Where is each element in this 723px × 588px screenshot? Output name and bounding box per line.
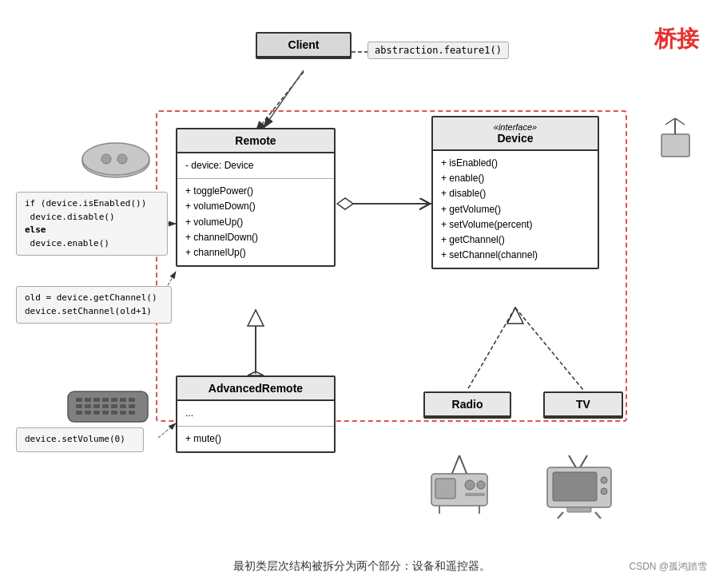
svg-line-11 bbox=[467, 308, 515, 390]
svg-rect-56 bbox=[553, 472, 597, 501]
radio-box: Radio bbox=[423, 391, 511, 419]
device-box-header: «interface» Device bbox=[433, 117, 598, 151]
canvas: 桥接 bbox=[0, 0, 723, 588]
svg-line-61 bbox=[595, 512, 601, 518]
svg-point-58 bbox=[601, 488, 607, 495]
svg-point-57 bbox=[601, 477, 607, 483]
svg-rect-50 bbox=[465, 493, 485, 496]
svg-point-21 bbox=[117, 154, 127, 164]
svg-line-17 bbox=[264, 70, 304, 128]
svg-line-0 bbox=[256, 72, 304, 132]
svg-rect-37 bbox=[76, 411, 82, 415]
advanced-remote-methods: + mute() bbox=[177, 427, 334, 451]
svg-marker-3 bbox=[337, 198, 353, 209]
svg-line-64 bbox=[665, 118, 675, 125]
svg-line-16 bbox=[158, 423, 176, 438]
advanced-remote-control-icon bbox=[64, 383, 160, 435]
tv-box: TV bbox=[543, 391, 623, 419]
svg-line-65 bbox=[675, 118, 685, 125]
client-box: Client bbox=[256, 32, 352, 59]
svg-line-60 bbox=[558, 512, 563, 518]
svg-rect-33 bbox=[102, 404, 109, 408]
remote-methods: + togglePower() + volumeDown() + volumeU… bbox=[177, 179, 334, 265]
svg-line-12 bbox=[515, 308, 583, 390]
svg-rect-25 bbox=[93, 398, 100, 402]
svg-rect-32 bbox=[93, 404, 100, 408]
code-box-1: if (device.isEnabled()) device.disable()… bbox=[16, 192, 168, 256]
advanced-remote-header: AdvancedRemote bbox=[177, 377, 334, 401]
client-box-header: Client bbox=[257, 34, 350, 58]
device-methods: + isEnabled() + enable() + disable() + g… bbox=[433, 151, 598, 268]
svg-rect-40 bbox=[102, 411, 109, 415]
svg-marker-10 bbox=[248, 310, 264, 326]
svg-rect-26 bbox=[102, 398, 109, 402]
svg-point-19 bbox=[82, 143, 149, 175]
svg-line-45 bbox=[459, 455, 467, 475]
svg-rect-39 bbox=[93, 411, 100, 415]
radio-box-header: Radio bbox=[425, 393, 510, 417]
advanced-remote-attrs: ... bbox=[177, 401, 334, 427]
abstraction-label: abstraction.feature1() bbox=[367, 42, 509, 59]
bridge-label: 桥接 bbox=[654, 24, 699, 54]
svg-rect-43 bbox=[129, 411, 135, 415]
tv-box-header: TV bbox=[545, 393, 622, 417]
svg-rect-23 bbox=[76, 398, 82, 402]
svg-point-49 bbox=[477, 481, 485, 489]
csdn-credit: CSDN @孤鸿踏雪 bbox=[629, 560, 707, 574]
antenna-icon bbox=[657, 118, 697, 165]
remote-box-header: Remote bbox=[177, 129, 334, 153]
svg-rect-35 bbox=[120, 404, 126, 408]
svg-rect-28 bbox=[120, 398, 126, 402]
svg-rect-41 bbox=[111, 411, 117, 415]
svg-rect-27 bbox=[111, 398, 117, 402]
device-box: «interface» Device + isEnabled() + enabl… bbox=[431, 116, 599, 269]
svg-rect-59 bbox=[567, 507, 591, 512]
svg-rect-62 bbox=[661, 134, 689, 157]
svg-point-48 bbox=[465, 480, 475, 490]
remote-box: Remote - device: Device + togglePower() … bbox=[176, 128, 336, 267]
svg-marker-13 bbox=[507, 308, 523, 324]
bottom-caption: 最初类层次结构被拆分为两个部分：设备和遥控器。 bbox=[0, 559, 723, 574]
remote-control-icon bbox=[76, 140, 156, 187]
svg-rect-38 bbox=[85, 411, 91, 415]
advanced-remote-box: AdvancedRemote ... + mute() bbox=[176, 375, 336, 453]
svg-point-20 bbox=[101, 154, 111, 164]
svg-line-44 bbox=[451, 455, 459, 475]
svg-rect-34 bbox=[111, 404, 117, 408]
tv-icon bbox=[543, 451, 615, 522]
remote-attributes: - device: Device bbox=[177, 153, 334, 179]
radio-icon bbox=[423, 451, 495, 518]
svg-rect-42 bbox=[120, 411, 126, 415]
svg-rect-31 bbox=[85, 404, 91, 408]
svg-rect-47 bbox=[435, 479, 455, 499]
code-box-2: old = device.getChannel() device.setChan… bbox=[16, 286, 172, 324]
svg-rect-24 bbox=[85, 398, 91, 402]
svg-rect-29 bbox=[129, 398, 135, 402]
svg-rect-30 bbox=[76, 404, 82, 408]
svg-rect-36 bbox=[129, 404, 135, 408]
